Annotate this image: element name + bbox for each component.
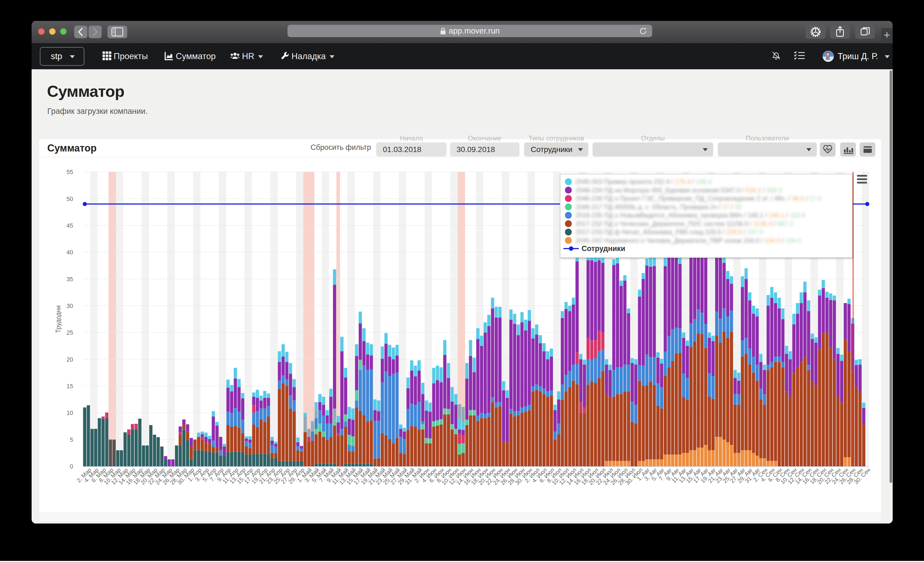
svg-text:30: 30 [66,303,73,309]
svg-text:40: 40 [66,249,73,256]
svg-text:2018-235 ПД о НовымВидится_Або: 2018-235 ПД о НовымВидится_Абонемка_пров… [576,212,805,219]
svg-text:55: 55 [66,169,73,176]
svg-text:2046-217 ПД 40000Ь д. с. Облас: 2046-217 ПД 40000Ь д. с. Область, Провер… [576,203,742,210]
svg-text:20: 20 [66,356,73,363]
svg-text:25: 25 [66,329,73,336]
svg-text:2046-236 ПД о Проект ГЭС_Приме: 2046-236 ПД о Проект ГЭС_Примерная_ПД_Со… [576,195,822,202]
svg-text:35: 35 [66,276,73,283]
svg-text:2017-233 ПД ф Нитап_Абонемка_Р: 2017-233 ПД ф Нитап_Абонемка_РВб след 22… [576,228,763,236]
svg-text:2048-234 ПД на Морскую 45б_Бур: 2048-234 ПД на Морскую 45б_Буровая основ… [576,187,783,194]
svg-text:Трудодни: Трудодни [55,305,62,333]
svg-text:50: 50 [66,196,73,202]
svg-text:2045-003 Пример проекта 232.4: 2045-003 Пример проекта 232.4 / 176.4 / … [576,178,711,185]
svg-text:45: 45 [66,222,73,229]
svg-text:2045-242 Надземного о Человек_: 2045-242 Надземного о Человек_Держатели_… [576,237,801,244]
svg-text:10: 10 [66,410,73,416]
svg-text:Сотрудники: Сотрудники [582,245,625,253]
svg-text:2017-232 ПД о Челюскин_Держате: 2017-232 ПД о Челюскин_Держатели_ПОС сис… [576,220,793,227]
svg-text:0: 0 [70,463,73,470]
svg-text:15: 15 [66,383,73,389]
svg-text:5: 5 [70,437,73,443]
